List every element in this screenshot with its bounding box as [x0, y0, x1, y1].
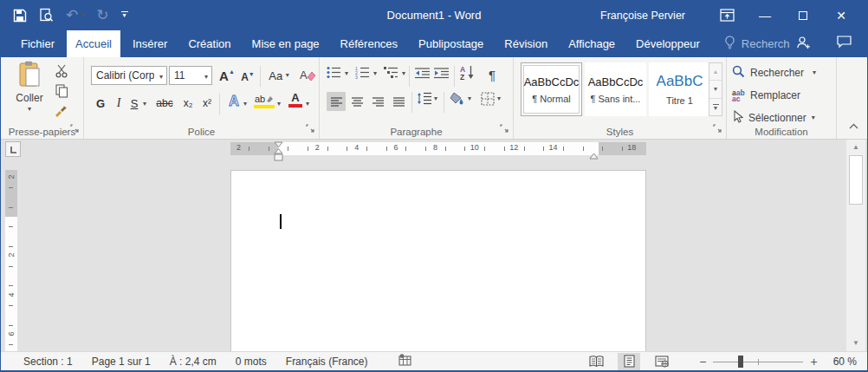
shrink-font-button[interactable]: A▼	[238, 68, 257, 87]
font-name-combo[interactable]: Calibri (Corp ▾	[91, 66, 167, 85]
bullets-icon[interactable]	[327, 66, 341, 82]
style-titre-1[interactable]: AaBbC Titre 1	[649, 62, 710, 116]
styles-scroll-down-icon[interactable]: ▼	[709, 81, 722, 98]
decrease-indent-icon[interactable]	[415, 68, 430, 82]
styles-scroll-up-icon[interactable]: ▲	[709, 63, 722, 81]
text-effects-button[interactable]: A	[224, 92, 243, 111]
scrollbar-thumb[interactable]	[849, 155, 863, 205]
status-section[interactable]: Section : 1	[23, 356, 73, 368]
copy-icon[interactable]	[55, 84, 68, 101]
font-color-button[interactable]: A	[288, 92, 302, 108]
font-dialog-launcher-icon[interactable]	[306, 123, 314, 135]
styles-gallery-scroll: ▲ ▼ ▼	[709, 62, 722, 116]
styles-gallery-more-icon[interactable]: ▼	[709, 99, 722, 115]
highlight-caret-icon[interactable]: ▾	[277, 101, 281, 108]
grow-font-button[interactable]: A▲	[217, 66, 236, 85]
align-center-button[interactable]	[347, 92, 366, 111]
zoom-in-button[interactable]: +	[803, 355, 824, 369]
tab-creation[interactable]: Création	[179, 30, 239, 57]
tab-mise-en-page[interactable]: Mise en page	[243, 30, 328, 57]
status-position[interactable]: À : 2,4 cm	[170, 356, 217, 368]
bold-button[interactable]: G	[93, 94, 108, 113]
show-marks-button[interactable]: ¶	[484, 65, 500, 84]
user-name[interactable]: Françoise Pervier	[600, 10, 685, 22]
style-normal[interactable]: AaBbCcDc ¶ Normal	[521, 62, 582, 116]
cut-icon[interactable]	[55, 64, 68, 81]
zoom-percent[interactable]: 60 %	[833, 356, 857, 368]
share-person-icon[interactable]	[796, 36, 811, 53]
zoom-out-button[interactable]: −	[692, 355, 713, 369]
find-button[interactable]: Rechercher ▾	[732, 64, 816, 82]
collapse-ribbon-icon[interactable]	[849, 120, 858, 132]
sort-icon[interactable]: AZ	[460, 65, 476, 80]
tab-developpeur[interactable]: Développeur	[627, 30, 709, 57]
multilevel-list-icon[interactable]	[384, 66, 398, 82]
web-layout-icon[interactable]	[651, 353, 673, 370]
scroll-down-icon[interactable]: ▼	[847, 336, 865, 350]
tab-inserer[interactable]: Insérer	[124, 30, 176, 57]
tab-stop-selector[interactable]	[5, 141, 21, 157]
vertical-scrollbar[interactable]: ▲ ▼	[846, 140, 865, 351]
borders-button[interactable]: ▾	[481, 92, 501, 106]
horizontal-ruler[interactable]: 2246810121418	[230, 142, 646, 155]
styles-dialog-launcher-icon[interactable]	[713, 123, 722, 135]
replace-button[interactable]: aab ac Remplacer	[732, 87, 800, 104]
tab-accueil[interactable]: Accueil	[67, 30, 120, 57]
ribbon-display-options-icon[interactable]	[708, 0, 746, 30]
indent-markers[interactable]	[273, 141, 284, 166]
align-left-button[interactable]	[327, 92, 346, 111]
highlight-button[interactable]: ab	[254, 94, 275, 108]
comment-icon[interactable]	[837, 36, 852, 52]
tab-revision[interactable]: Révision	[496, 30, 556, 57]
font-color-caret-icon[interactable]: ▾	[306, 101, 309, 108]
macro-record-icon[interactable]	[398, 354, 412, 369]
paste-button[interactable]: Coller ▾	[10, 61, 49, 113]
group-font: Calibri (Corp ▾ 11 ▾ A▲ A▼ Aa ▾ A G I S	[84, 57, 320, 139]
tab-fichier[interactable]: Fichier	[12, 30, 63, 57]
style-sans-interligne[interactable]: AaBbCcDc ¶ Sans int...	[585, 62, 646, 116]
clear-formatting-icon[interactable]: A	[297, 66, 318, 85]
clipboard-dialog-launcher-icon[interactable]	[70, 123, 79, 135]
right-indent-marker[interactable]	[588, 147, 599, 163]
bullets-caret-icon[interactable]: ▾	[345, 70, 348, 77]
paragraph-dialog-launcher-icon[interactable]	[500, 123, 508, 135]
read-mode-icon[interactable]	[585, 353, 607, 370]
numbering-icon[interactable]: 123	[355, 66, 370, 82]
tab-publipostage[interactable]: Publipostage	[410, 30, 492, 57]
numbering-caret-icon[interactable]: ▾	[373, 70, 377, 77]
subscript-button[interactable]: x₂	[179, 94, 197, 113]
print-layout-icon[interactable]	[618, 353, 640, 370]
align-right-button[interactable]	[368, 92, 387, 111]
font-size-combo[interactable]: 11 ▾	[169, 66, 212, 85]
tab-references[interactable]: Références	[332, 30, 406, 57]
underline-button[interactable]: S	[127, 94, 141, 113]
underline-caret-icon[interactable]: ▾	[143, 101, 146, 108]
text-effects-caret-icon[interactable]: ▾	[243, 101, 247, 108]
format-painter-icon[interactable]	[54, 102, 68, 120]
document-page[interactable]	[230, 170, 646, 351]
change-case-button[interactable]: Aa ▾	[264, 66, 294, 85]
close-icon[interactable]: ✕	[822, 0, 860, 30]
multilevel-caret-icon[interactable]: ▾	[402, 70, 405, 77]
scroll-up-icon[interactable]: ▲	[847, 140, 865, 154]
status-language[interactable]: Français (France)	[286, 356, 368, 368]
maximize-icon[interactable]	[784, 0, 822, 30]
status-page[interactable]: Page 1 sur 1	[92, 356, 151, 368]
justify-button[interactable]	[389, 92, 408, 111]
line-spacing-button[interactable]: ▾	[417, 92, 437, 105]
vertical-ruler[interactable]: 2246	[5, 165, 17, 351]
clipboard-paste-icon	[17, 61, 42, 91]
tell-me-search[interactable]: Recherch	[724, 30, 790, 57]
status-words[interactable]: 0 mots	[236, 356, 267, 368]
shading-button[interactable]: ▾	[450, 92, 471, 106]
strikethrough-button[interactable]: abc	[153, 94, 176, 113]
select-button[interactable]: Sélectionner ▾	[732, 109, 815, 127]
minimize-icon[interactable]: —	[746, 0, 784, 30]
italic-button[interactable]: I	[112, 94, 126, 113]
zoom-slider-handle[interactable]	[738, 356, 743, 368]
zoom-slider[interactable]	[713, 355, 803, 369]
tab-affichage[interactable]: Affichage	[560, 30, 624, 57]
line-spacing-caret-icon: ▾	[434, 95, 437, 102]
superscript-button[interactable]: x²	[198, 94, 216, 113]
increase-indent-icon[interactable]	[434, 68, 449, 82]
